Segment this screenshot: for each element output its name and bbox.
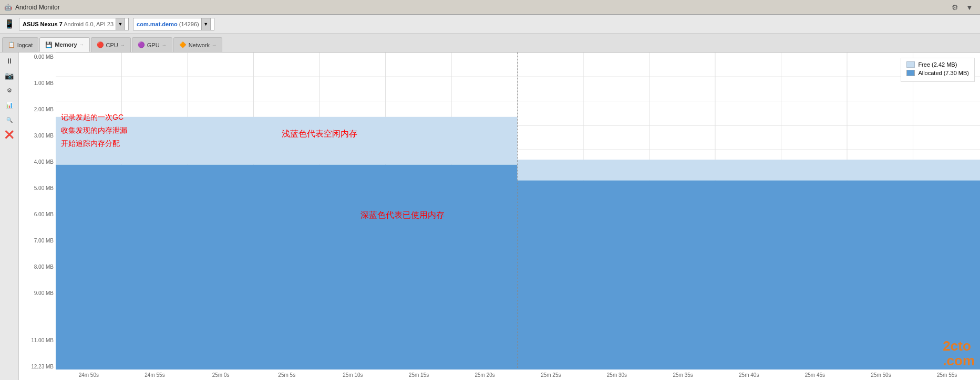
x-axis: 24m 50s 24m 55s 25m 0s 25m 5s 25m 10s 25… — [56, 370, 980, 380]
tab-memory[interactable]: 💾 Memory → — [39, 37, 89, 52]
gpu-arrow: → — [162, 43, 167, 48]
tab-cpu[interactable]: 🔴 CPU → — [91, 37, 131, 52]
legend-free-color — [906, 61, 915, 68]
free-area-after-gc — [518, 160, 980, 180]
device-toolbar: 📱 ASUS Nexus 7 Android 6.0, API 23 ▼ com… — [0, 15, 980, 34]
x-label-8: 25m 30s — [584, 372, 650, 378]
free-area-before-gc — [56, 117, 518, 165]
y-label-0: 0.00 MB — [19, 55, 54, 60]
y-label-1: 1.00 MB — [19, 81, 54, 86]
legend-free-label: Free (2.42 MB) — [918, 61, 957, 68]
allocated-area — [56, 164, 980, 370]
title-bar-right: ⚙ ▼ — [948, 1, 976, 14]
y-label-7: 7.00 MB — [19, 238, 54, 244]
annotation-line2: 收集发现的内存泄漏 — [61, 126, 127, 135]
x-label-4: 25m 10s — [320, 372, 386, 378]
x-label-6: 25m 20s — [452, 372, 518, 378]
y-label-max: 12.23 MB — [19, 364, 54, 370]
annotation-line3: 开始追踪内存分配 — [61, 139, 120, 149]
menu-icon[interactable]: ▼ — [963, 1, 976, 14]
app-title: Android Monitor — [15, 4, 60, 11]
x-label-7: 25m 25s — [518, 372, 584, 378]
y-label-6: 6.00 MB — [19, 212, 54, 217]
cpu-arrow: → — [120, 43, 125, 48]
phone-icon: 📱 — [4, 19, 15, 29]
tab-network[interactable]: 🔶 Network → — [173, 37, 222, 52]
y-label-8: 8.00 MB — [19, 265, 54, 270]
error-button[interactable]: ❌ — [3, 128, 16, 141]
legend-free: Free (2.42 MB) — [906, 61, 969, 68]
settings-icon[interactable]: ⚙ — [948, 1, 961, 14]
annotation-free-label: 浅蓝色代表空闲内存 — [282, 129, 357, 140]
main-area: ⏸ 📷 ⚙ 📊 🔍 ❌ 12.23 MB 11.00 MB 9.00 MB 8.… — [0, 52, 980, 380]
package-dropdown-btn[interactable]: ▼ — [201, 18, 211, 30]
network-arrow: → — [212, 43, 216, 48]
annotation-allocated-label: 深蓝色代表已使用内存 — [360, 210, 445, 221]
legend-allocated-label: Allocated (7.30 MB) — [918, 70, 969, 76]
legend: Free (2.42 MB) Allocated (7.30 MB) — [901, 58, 975, 82]
legend-allocated-color — [906, 70, 915, 76]
x-label-0: 24m 50s — [56, 372, 122, 378]
x-label-10: 25m 40s — [716, 372, 782, 378]
left-toolbar: ⏸ 📷 ⚙ 📊 🔍 ❌ — [0, 52, 19, 380]
tab-logcat-label: logcat — [17, 42, 33, 48]
legend-allocated: Allocated (7.30 MB) — [906, 70, 969, 76]
pause-button[interactable]: ⏸ — [3, 55, 16, 67]
y-label-9: 9.00 MB — [19, 291, 54, 296]
tab-network-label: Network — [189, 42, 210, 48]
y-axis: 12.23 MB 11.00 MB 9.00 MB 8.00 MB 7.00 M… — [19, 52, 56, 370]
memory-chart-svg — [56, 52, 980, 370]
x-label-13: 25m 55s — [914, 372, 980, 378]
x-label-3: 25m 5s — [254, 372, 320, 378]
y-label-11: 11.00 MB — [19, 338, 54, 343]
tab-memory-label: Memory — [55, 41, 77, 48]
cpu-icon: 🔴 — [97, 41, 104, 48]
y-label-3: 3.00 MB — [19, 133, 54, 139]
chart-area: 12.23 MB 11.00 MB 9.00 MB 8.00 MB 7.00 M… — [19, 52, 980, 380]
alloc-button[interactable]: 🔍 — [3, 113, 16, 126]
logcat-icon: 📋 — [8, 41, 15, 48]
y-label-2: 2.00 MB — [19, 107, 54, 112]
tab-gpu-label: GPU — [147, 42, 160, 48]
package-label: com.mat.demo (14296) — [137, 21, 199, 27]
gc-button[interactable]: ⚙ — [3, 84, 16, 97]
watermark: 2cto.com — [943, 339, 975, 368]
x-label-9: 25m 35s — [650, 372, 716, 378]
tab-cpu-label: CPU — [106, 42, 118, 48]
annotation-line1: 记录发起的一次GC — [61, 113, 123, 122]
device-selector[interactable]: ASUS Nexus 7 Android 6.0, API 23 ▼ — [19, 18, 129, 30]
y-label-4: 4.00 MB — [19, 160, 54, 165]
memory-icon: 💾 — [45, 41, 53, 48]
tab-gpu[interactable]: 🟣 GPU → — [132, 37, 172, 52]
package-selector[interactable]: com.mat.demo (14296) ▼ — [133, 18, 214, 30]
title-bar-left: 🤖 Android Monitor — [4, 4, 60, 11]
memory-arrow: → — [79, 42, 84, 47]
x-label-12: 25m 50s — [848, 372, 914, 378]
heap-button[interactable]: 📊 — [3, 99, 16, 111]
x-label-11: 25m 45s — [782, 372, 848, 378]
x-label-1: 24m 55s — [122, 372, 188, 378]
device-label: ASUS Nexus 7 Android 6.0, API 23 — [23, 21, 114, 27]
title-bar: 🤖 Android Monitor ⚙ ▼ — [0, 0, 980, 15]
x-label-5: 25m 15s — [386, 372, 452, 378]
chart-svg-container — [56, 52, 980, 370]
network-icon: 🔶 — [179, 41, 187, 48]
gpu-icon: 🟣 — [138, 41, 145, 48]
x-label-2: 25m 0s — [188, 372, 254, 378]
tab-logcat[interactable]: 📋 logcat — [2, 37, 38, 52]
camera-button[interactable]: 📷 — [3, 69, 16, 82]
device-dropdown-btn[interactable]: ▼ — [116, 18, 125, 30]
android-icon: 🤖 — [4, 4, 12, 11]
y-label-5: 5.00 MB — [19, 186, 54, 191]
tabs-bar: 📋 logcat 💾 Memory → 🔴 CPU → 🟣 GPU → 🔶 Ne… — [0, 34, 980, 52]
